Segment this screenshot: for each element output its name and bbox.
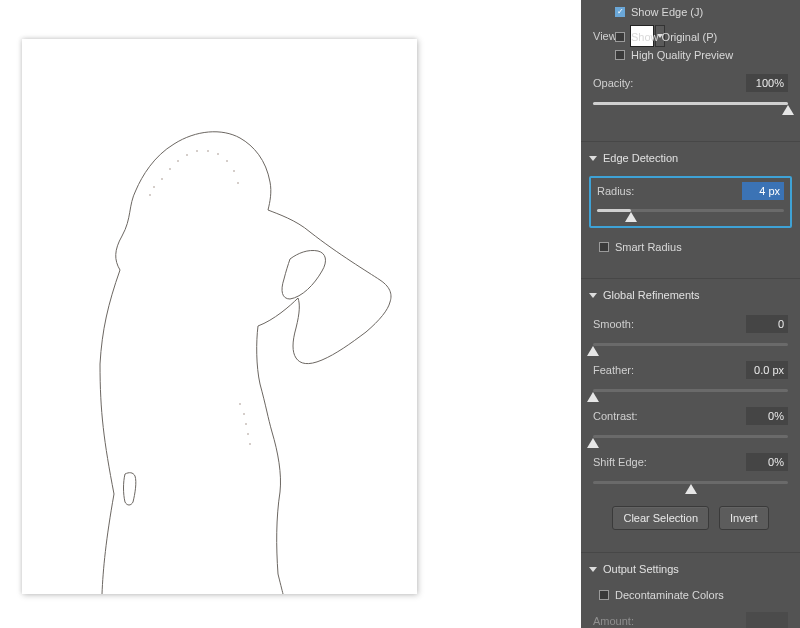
decontaminate-label: Decontaminate Colors [615,589,724,601]
output-settings-header[interactable]: Output Settings [581,553,800,583]
show-original-checkbox[interactable] [615,32,625,42]
svg-point-11 [153,186,155,188]
svg-point-1 [169,168,171,170]
refine-edge-panel: Show Edge (J) View: Show Original (P) Hi… [581,0,800,628]
svg-point-9 [237,182,239,184]
smart-radius-label: Smart Radius [615,241,682,253]
global-refinements-title: Global Refinements [603,289,700,301]
contrast-label: Contrast: [593,410,638,422]
svg-point-6 [217,153,219,155]
show-edge-checkbox[interactable] [615,7,625,17]
high-quality-label: High Quality Preview [631,49,733,61]
canvas-area [0,0,581,628]
radius-row: Radius: 4 px [595,182,786,200]
feather-value[interactable]: 0.0 px [746,361,788,379]
invert-button[interactable]: Invert [719,506,769,530]
radius-slider[interactable] [597,204,784,218]
contrast-value[interactable]: 0% [746,407,788,425]
global-refinements-header[interactable]: Global Refinements [581,279,800,309]
svg-point-7 [226,160,228,162]
svg-point-14 [245,423,247,425]
canvas-preview[interactable] [22,39,417,594]
smart-radius-row: Smart Radius [581,238,800,256]
opacity-label: Opacity: [593,77,633,89]
decontaminate-row: Decontaminate Colors [581,583,800,604]
output-settings-title: Output Settings [603,563,679,575]
svg-point-0 [161,178,163,180]
chevron-down-icon [589,291,597,299]
amount-row: Amount: [581,604,800,628]
opacity-slider[interactable] [593,97,788,111]
show-edge-label: Show Edge (J) [631,6,703,18]
radius-label: Radius: [597,185,634,197]
smooth-value[interactable]: 0 [746,315,788,333]
opacity-row: Opacity: 100% [581,64,800,95]
amount-label: Amount: [593,615,634,627]
svg-point-16 [249,443,251,445]
contrast-row: Contrast: 0% [581,404,800,428]
contrast-slider[interactable] [593,430,788,444]
smooth-row: Smooth: 0 [581,309,800,336]
clear-selection-button[interactable]: Clear Selection [612,506,709,530]
shift-edge-label: Shift Edge: [593,456,647,468]
radius-highlight-group: Radius: 4 px [589,176,792,228]
svg-point-3 [186,154,188,156]
amount-value [746,612,788,628]
high-quality-row: High Quality Preview [581,46,800,64]
show-edge-row: Show Edge (J) [581,3,800,21]
svg-point-13 [243,413,245,415]
opacity-value[interactable]: 100% [746,74,788,92]
radius-value[interactable]: 4 px [742,182,784,200]
refinement-buttons: Clear Selection Invert [581,496,800,536]
svg-point-8 [233,170,235,172]
feather-slider[interactable] [593,384,788,398]
show-original-label: Show Original (P) [631,31,717,43]
feather-label: Feather: [593,364,634,376]
smooth-slider[interactable] [593,338,788,352]
chevron-down-icon [589,154,597,162]
decontaminate-checkbox[interactable] [599,590,609,600]
edge-detection-title: Edge Detection [603,152,678,164]
svg-point-4 [196,150,198,152]
edge-detection-header[interactable]: Edge Detection [581,142,800,172]
high-quality-checkbox[interactable] [615,50,625,60]
svg-point-15 [247,433,249,435]
feather-row: Feather: 0.0 px [581,358,800,382]
shift-edge-slider[interactable] [593,476,788,490]
smooth-label: Smooth: [593,318,634,330]
smart-radius-checkbox[interactable] [599,242,609,252]
chevron-down-icon [589,565,597,573]
svg-point-2 [177,160,179,162]
svg-point-10 [149,194,151,196]
svg-point-12 [239,403,241,405]
svg-point-5 [207,150,209,152]
selection-edge-outline [22,39,417,594]
shift-edge-value[interactable]: 0% [746,453,788,471]
shift-edge-row: Shift Edge: 0% [581,450,800,474]
